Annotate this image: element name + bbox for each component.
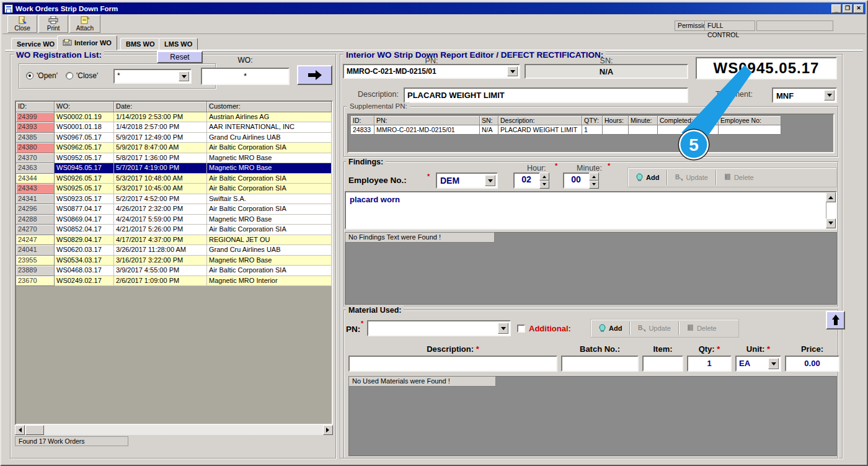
material-update-button[interactable]: B Update (634, 323, 674, 334)
delete-icon (687, 324, 694, 333)
item-field[interactable] (642, 356, 683, 372)
material-pn-combo-arrow-icon[interactable] (498, 323, 508, 334)
wo-search-label: WO: (201, 56, 290, 65)
hour-required-marker: * (555, 162, 557, 169)
col-header-date[interactable]: Date: (114, 102, 207, 112)
table-row[interactable]: 24370WS0952.05.175/8/2017 1:36:00 PMMagn… (16, 153, 332, 164)
radio-open-circle[interactable] (26, 72, 33, 79)
qty-field[interactable]: 1 (687, 356, 732, 372)
row-id: 23889 (16, 266, 55, 276)
material-description-field[interactable] (348, 356, 557, 372)
hour-value[interactable]: 02 (513, 173, 539, 189)
scroll-left-icon[interactable] (15, 425, 25, 435)
wo-table-hscrollbar[interactable] (15, 425, 333, 435)
findings-vscrollbar[interactable] (826, 192, 836, 228)
radio-close-circle[interactable] (66, 72, 73, 79)
radio-close[interactable]: 'Close' (66, 71, 98, 80)
employee-combo-arrow-icon[interactable] (485, 175, 495, 186)
supplemental-col-header: Completed: (658, 116, 719, 125)
attach-button-label: Attach (76, 25, 94, 32)
minimize-button[interactable]: _ (831, 4, 841, 13)
hour-spinner[interactable]: 02 (513, 173, 549, 189)
minute-value[interactable]: 00 (563, 173, 589, 189)
pn-combo-arrow-icon[interactable] (507, 66, 518, 76)
table-row[interactable]: 24363WS0945.05.175/7/2017 4:19:00 PMMagn… (16, 163, 332, 174)
row-id: 24344 (16, 174, 55, 184)
hour-spin-buttons[interactable] (539, 173, 549, 189)
minute-spinner[interactable]: 00 (563, 173, 599, 189)
price-field[interactable]: 0.00 (785, 356, 839, 372)
filter-combo[interactable]: * (113, 69, 192, 84)
supplemental-col-header: SN: (480, 116, 498, 125)
description-field[interactable]: PLACARD WEIGHT LIMIT (404, 87, 688, 103)
material-pn-combo[interactable] (367, 320, 511, 336)
material-add-button[interactable]: Add (595, 323, 626, 334)
findings-delete-button[interactable]: Delete (720, 172, 758, 183)
scroll-right-icon[interactable] (323, 425, 333, 435)
right-arrow-icon (307, 70, 323, 80)
toolbar-separator (629, 321, 631, 335)
table-row[interactable]: 24288WS0869.04.174/24/2017 5:59:00 PMMag… (16, 215, 332, 225)
supplemental-row[interactable]: 24833MMRO-C-021-MD-0215/01N/APLACARD WEI… (351, 125, 781, 135)
restore-button[interactable]: ❐ (843, 4, 852, 13)
treatment-combo[interactable]: MNF (772, 87, 837, 103)
employee-no-combo[interactable]: DEM (436, 173, 498, 189)
tab-lms-wo[interactable]: LMS WO (159, 38, 198, 50)
scroll-top-button[interactable] (826, 311, 845, 329)
radio-open[interactable]: 'Open' (26, 71, 58, 80)
search-go-button[interactable] (297, 65, 332, 85)
additional-checkbox[interactable] (517, 325, 525, 333)
pn-combo[interactable]: MMRO-C-021-MD-0215/01 (343, 64, 520, 79)
table-row[interactable]: 24399WS0002.01.191/14/2019 2:53:00 PMAus… (16, 112, 332, 123)
table-row[interactable]: 24247WS0829.04.174/17/2017 4:37:00 PMREG… (16, 235, 332, 246)
wo-search-input[interactable]: * (201, 68, 290, 85)
table-row[interactable]: 23955WS0534.03.173/16/2017 3:22:00 PMMag… (16, 256, 332, 266)
row-date: 4/17/2017 4:37:00 PM (114, 235, 207, 246)
table-row[interactable]: 24343WS0925.05.175/3/2017 10:45:00 AMAir… (16, 184, 332, 194)
col-header-id[interactable]: ID: (16, 102, 55, 112)
table-row[interactable]: 24385WS0967.05.175/9/2017 12:49:00 PMGra… (16, 133, 332, 143)
treatment-combo-arrow-icon[interactable] (824, 90, 835, 101)
unit-combo-arrow-icon[interactable] (768, 358, 779, 369)
unit-combo[interactable]: EA (735, 356, 781, 372)
findings-update-button[interactable]: B Update (671, 172, 711, 184)
table-row[interactable]: 24296WS0877.04.174/26/2017 2:32:00 PMAir… (16, 204, 332, 215)
row-wo: WS0001.01.18 (55, 122, 114, 133)
findings-add-button[interactable]: Add (632, 172, 663, 184)
print-button[interactable]: Print (38, 15, 68, 33)
row-date: 5/9/2017 12:49:00 PM (114, 133, 207, 143)
filter-combo-arrow-icon[interactable] (179, 71, 189, 81)
table-row[interactable]: 23889WS0468.03.173/9/2017 4:55:00 PMAir … (16, 266, 332, 276)
col-header-wo[interactable]: WO: (55, 102, 114, 112)
findings-text: placard worn (350, 195, 400, 204)
reset-button[interactable]: Reset (157, 51, 203, 63)
tab-interior-wo[interactable]: Interior WO (57, 35, 117, 50)
permission-value: FULL CONTROL (704, 20, 755, 31)
close-button[interactable]: Close (7, 15, 37, 33)
row-id: 24363 (16, 163, 55, 174)
close-window-button[interactable]: ✕ (854, 4, 864, 13)
scroll-up-icon[interactable] (826, 192, 836, 202)
minute-spin-buttons[interactable] (589, 173, 599, 189)
table-row[interactable]: 24041WS0620.03.173/26/2017 11:28:00 AMGr… (16, 245, 332, 256)
material-toolbar: Add B Update Delete (590, 319, 739, 338)
table-row[interactable]: 24270WS0852.04.174/21/2017 5:26:00 PMAir… (16, 225, 332, 235)
attach-icon (80, 16, 90, 24)
table-row[interactable]: 24341WS0923.05.175/2/2017 4:52:00 PMSwif… (16, 194, 332, 205)
table-row[interactable]: 23670WS0249.02.172/6/2017 1:09:00 PMMagn… (16, 276, 332, 287)
attach-button[interactable]: Attach (69, 15, 100, 33)
table-row[interactable]: 24344WS0926.05.175/3/2017 10:48:00 AMAir… (16, 174, 332, 184)
row-wo: WS0923.05.17 (55, 194, 114, 205)
scroll-down-icon[interactable] (826, 218, 836, 228)
batch-no-field[interactable] (561, 356, 639, 372)
findings-textarea[interactable]: placard worn (345, 191, 837, 230)
unit-label: Unit: * (735, 344, 781, 354)
table-row[interactable]: 24380WS0962.05.175/9/2017 8:47:00 AMAir … (16, 143, 332, 153)
radio-open-label: 'Open' (37, 71, 58, 80)
tab-bms-wo[interactable]: BMS WO (120, 38, 160, 50)
scroll-thumb[interactable] (25, 425, 44, 435)
tab-service-wo[interactable]: Service WO (11, 38, 60, 50)
table-row[interactable]: 24393WS0001.01.181/4/2018 2:57:00 PMAAR … (16, 122, 332, 133)
col-header-customer[interactable]: Customer: (207, 102, 332, 112)
material-delete-button[interactable]: Delete (683, 323, 720, 334)
